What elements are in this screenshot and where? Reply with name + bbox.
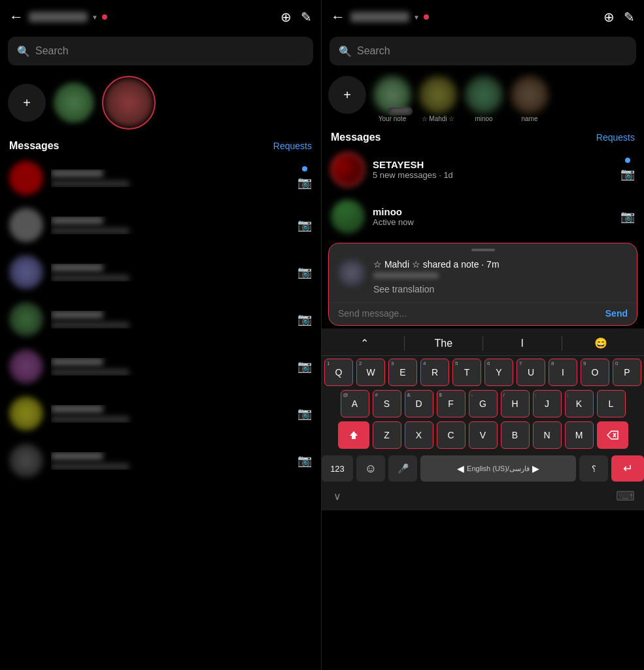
key-b[interactable]: B [501, 421, 530, 449]
camera-icon-2[interactable]: 📷 [297, 218, 312, 232]
right-search-bar[interactable]: 🔍 Search [330, 37, 636, 65]
key-g[interactable]: -G [469, 390, 498, 417]
key-d[interactable]: &D [405, 390, 433, 417]
key-f[interactable]: $F [437, 390, 466, 417]
key-z[interactable]: Z [373, 421, 401, 449]
key-x[interactable]: X [405, 421, 433, 449]
key-n[interactable]: N [533, 421, 562, 449]
right-edit-icon[interactable]: ✎ [624, 9, 635, 25]
key-q[interactable]: 1Q [324, 359, 353, 386]
table-row[interactable]: 📷 [0, 296, 321, 343]
table-row[interactable]: 📷 [0, 343, 321, 390]
right-dropdown-icon[interactable]: ▼ [413, 14, 420, 21]
right-right-minoo: 📷 [620, 209, 635, 224]
keyboard-chevron-up[interactable]: ⌃ [328, 337, 401, 349]
key-backspace[interactable] [597, 421, 628, 449]
left-search-bar[interactable]: 🔍 Search [8, 37, 313, 65]
popup-send-button[interactable]: Send [605, 308, 628, 319]
key-u[interactable]: 7U [517, 359, 545, 386]
key-k[interactable]: ;K [565, 390, 594, 417]
right-story-item-1[interactable]: Your note [373, 76, 412, 122]
key-c[interactable]: C [437, 421, 466, 449]
backspace-icon [607, 431, 619, 440]
table-row[interactable]: 📷 [0, 437, 321, 484]
right-add-story-button[interactable]: + [328, 76, 366, 114]
key-y[interactable]: 6Y [484, 359, 513, 386]
left-requests-link[interactable]: Requests [273, 141, 312, 151]
popup-send-message-input[interactable] [338, 308, 600, 319]
right-msg-setayesh[interactable]: SETAYESH 5 new messages · 1d 📷 [322, 146, 644, 193]
popup-translation-link[interactable]: See translation [373, 283, 628, 296]
key-mic[interactable]: 🎤 [388, 455, 417, 482]
right-story-item-4[interactable]: name [510, 76, 549, 122]
table-row[interactable]: 📷 [0, 249, 321, 296]
prediction-the[interactable]: The [407, 338, 481, 349]
key-p[interactable]: 0P [613, 359, 641, 386]
msg-right-5: 📷 [297, 359, 312, 374]
camera-icon-4[interactable]: 📷 [297, 312, 312, 326]
key-i[interactable]: 8I [549, 359, 577, 386]
right-story-item-2[interactable]: ☆ Mahdi ☆ [418, 76, 458, 122]
keyboard-rows: 1Q 2W 3E 4R 5T 6Y 7U 8I 9O 0P @A #S &D $… [322, 356, 644, 455]
keyboard-collapse-button[interactable]: ∨ [331, 487, 344, 505]
key-s[interactable]: #S [373, 390, 401, 417]
key-space[interactable]: ◀ English (US)/فارسی ▶ [420, 455, 576, 482]
right-story-label-4: name [510, 115, 549, 122]
prediction-i[interactable]: I [486, 338, 559, 349]
msg-right-3: 📷 [297, 265, 312, 279]
msg-avatar-2 [9, 208, 43, 242]
right-new-conversation-icon[interactable]: ⊕ [603, 9, 615, 25]
left-new-conversation-icon[interactable]: ⊕ [280, 9, 292, 25]
keyboard-toggle-icon[interactable]: ⌨ [616, 488, 635, 504]
prediction-emoji[interactable]: 😄 [565, 337, 638, 349]
right-name-minoo: minoo [373, 206, 613, 217]
key-question[interactable]: ؟ [579, 455, 608, 482]
left-back-button[interactable]: ← [9, 9, 24, 26]
table-row[interactable]: 📷 [0, 202, 321, 249]
key-h[interactable]: /H [501, 390, 530, 417]
table-row[interactable]: 📷 [0, 390, 321, 437]
popup-drag-handle [471, 249, 495, 251]
left-add-story-button[interactable]: + [8, 84, 46, 122]
key-123[interactable]: 123 [322, 455, 353, 482]
camera-icon-1[interactable]: 📷 [297, 175, 312, 190]
right-avatar-minoo [331, 200, 365, 234]
key-o[interactable]: 9O [581, 359, 609, 386]
key-shift[interactable] [338, 421, 369, 449]
camera-icon-6[interactable]: 📷 [297, 406, 312, 421]
left-story-item-1[interactable] [54, 82, 94, 123]
key-a[interactable]: @A [341, 390, 369, 417]
right-camera-minoo[interactable]: 📷 [620, 209, 635, 224]
key-v[interactable]: V [469, 421, 498, 449]
key-s-sub: # [375, 392, 378, 398]
key-r[interactable]: 4R [420, 359, 449, 386]
camera-icon-7[interactable]: 📷 [297, 453, 312, 468]
key-w[interactable]: 2W [356, 359, 385, 386]
key-emoji[interactable]: ☺ [356, 455, 385, 482]
key-o-sub: 9 [583, 361, 586, 366]
key-l[interactable]: L [597, 390, 626, 417]
shift-icon [348, 430, 359, 440]
key-return[interactable]: ↵ [611, 455, 644, 482]
right-username-blur [350, 12, 409, 22]
left-story-item-2[interactable] [102, 76, 156, 130]
key-t[interactable]: 5T [452, 359, 481, 386]
right-story-add[interactable]: + [328, 76, 366, 114]
left-message-list: 📷 📷 📷 [0, 154, 321, 670]
right-msg-minoo[interactable]: minoo Active now 📷 [322, 193, 644, 240]
right-story-item-3[interactable]: minoo [464, 76, 503, 122]
right-requests-link[interactable]: Requests [596, 132, 635, 143]
right-camera-setayesh[interactable]: 📷 [620, 167, 635, 181]
right-back-button[interactable]: ← [331, 9, 345, 26]
key-j[interactable]: :J [533, 390, 562, 417]
key-e[interactable]: 3E [388, 359, 417, 386]
msg-name-3 [51, 264, 103, 272]
table-row[interactable]: 📷 [0, 154, 321, 202]
svg-marker-0 [350, 431, 358, 439]
key-m[interactable]: M [565, 421, 594, 449]
left-edit-icon[interactable]: ✎ [301, 9, 312, 25]
camera-icon-3[interactable]: 📷 [297, 265, 312, 279]
left-dropdown-icon[interactable]: ▼ [92, 14, 98, 21]
camera-icon-5[interactable]: 📷 [297, 359, 312, 374]
left-story-add[interactable]: + [8, 84, 46, 122]
